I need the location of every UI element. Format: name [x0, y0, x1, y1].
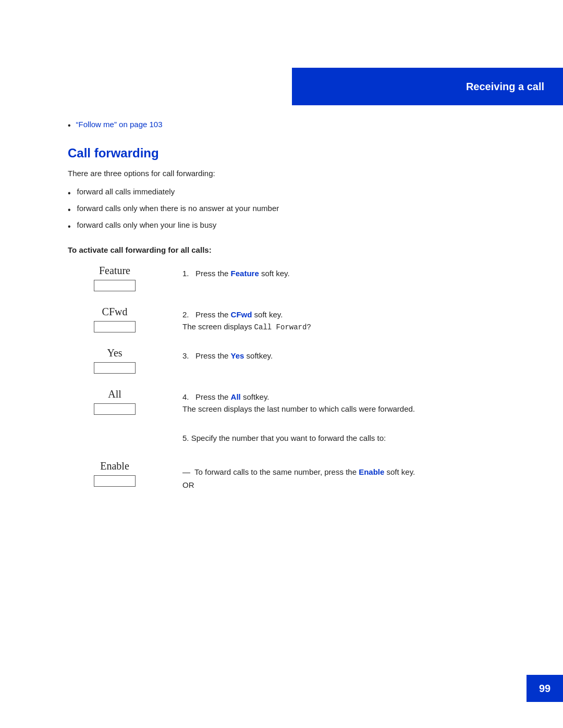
list-item: • forward all calls immediately — [68, 187, 521, 200]
bullet-dot: • — [68, 187, 71, 200]
page-number: 99 — [539, 683, 550, 695]
key-button-yes[interactable] — [94, 362, 136, 374]
step-5-body: Specify the number that you want to forw… — [191, 434, 386, 442]
step-1-row: Feature 1. Press the Feature soft key. — [68, 265, 521, 291]
enable-row: Enable — To forward calls to the same nu… — [68, 460, 521, 489]
instruction-column-2: 2. Press the CFwd soft key. The screen d… — [182, 306, 521, 331]
follow-me-link[interactable]: “Follow me” on page 103 — [76, 120, 163, 129]
header-bar: Receiving a call — [292, 68, 563, 105]
step-4-suffix: softkey. — [241, 392, 270, 401]
list-item: • forward calls only when there is no an… — [68, 204, 521, 216]
step-3-suffix: softkey. — [244, 351, 273, 360]
bullet-dot: • — [68, 220, 71, 233]
instruction-column-1: 1. Press the Feature soft key. — [182, 265, 521, 281]
intro-text: There are three options for call forward… — [68, 169, 521, 178]
step-5-text: 5. Specify the number that you want to f… — [182, 434, 521, 442]
key-label-feature: Feature — [99, 265, 130, 277]
key-column-all: All — [68, 388, 162, 415]
main-content: • “Follow me” on page 103 Call forwardin… — [68, 120, 521, 489]
key-button-all[interactable] — [94, 403, 136, 415]
key-column-feature: Feature — [68, 265, 162, 291]
key-column-enable: Enable — [68, 460, 162, 487]
enable-blue: Enable — [359, 467, 384, 476]
list-item: • forward calls only when your line is b… — [68, 220, 521, 233]
bullet-text: forward calls only when there is no answ… — [77, 204, 279, 213]
step-2-sub: The screen displays Call Forward? — [182, 322, 521, 331]
page-number-box: 99 — [527, 675, 563, 702]
step-4-prefix: Press the — [195, 392, 231, 401]
step-4-row: All 4. Press the All softkey. The screen… — [68, 388, 521, 415]
step-1-text: 1. Press the Feature soft key. — [182, 269, 521, 278]
step-2-blue: CFwd — [231, 310, 252, 319]
instruction-column-4: 4. Press the All softkey. The screen dis… — [182, 388, 521, 413]
step-3-text: 3. Press the Yes softkey. — [182, 351, 521, 360]
key-button-cfwd[interactable] — [94, 321, 136, 332]
key-label-yes: Yes — [107, 347, 122, 359]
key-column-yes: Yes — [68, 347, 162, 374]
instruction-column-enable: — To forward calls to the same number, p… — [182, 460, 521, 489]
step-4-blue: All — [231, 392, 241, 401]
enable-prefix: To forward calls to the same number, pre… — [194, 467, 359, 476]
step-3-row: Yes 3. Press the Yes softkey. — [68, 347, 521, 374]
bullet-text: forward all calls immediately — [77, 187, 175, 196]
enable-text: To forward calls to the same number, pre… — [194, 467, 415, 476]
bullet-dot: • — [68, 120, 71, 131]
step-2-suffix: soft key. — [252, 310, 283, 319]
bullet-dot: • — [68, 204, 71, 216]
step-2-prefix: Press the — [195, 310, 231, 319]
step-1-blue: Feature — [231, 269, 259, 278]
section-title: Call forwarding — [68, 146, 521, 161]
bullet-list: • forward all calls immediately • forwar… — [68, 187, 521, 233]
step-3-prefix: Press the — [195, 351, 231, 360]
instruction-heading: To activate call forwarding for all call… — [68, 245, 521, 254]
step-5-row: 5. Specify the number that you want to f… — [68, 429, 521, 446]
bullet-text: forward calls only when your line is bus… — [77, 220, 217, 229]
key-column-cfwd: CFwd — [68, 306, 162, 332]
step-3-blue: Yes — [231, 351, 244, 360]
em-dash: — — [182, 467, 190, 476]
key-label-cfwd: CFwd — [102, 306, 128, 318]
step-1-num: 1. — [182, 269, 189, 278]
or-text: OR — [182, 480, 521, 489]
step-1-prefix: Press the — [195, 269, 231, 278]
key-button-enable[interactable] — [94, 475, 136, 487]
enable-suffix: soft key. — [384, 467, 415, 476]
step-4-sub: The screen displays the last number to w… — [182, 404, 521, 413]
step-4-text: 4. Press the All softkey. — [182, 392, 521, 401]
key-label-all: All — [108, 388, 121, 400]
instruction-table: Feature 1. Press the Feature soft key. C… — [68, 265, 521, 489]
top-bullet-item: • “Follow me” on page 103 — [68, 120, 521, 131]
key-label-enable: Enable — [100, 460, 129, 472]
screen-display-cfwd: Call Forward? — [254, 323, 311, 331]
enable-sub-item: — To forward calls to the same number, p… — [182, 467, 521, 476]
header-bar-title: Receiving a call — [466, 81, 544, 93]
instruction-column-3: 3. Press the Yes softkey. — [182, 347, 521, 363]
step-2-text: 2. Press the CFwd soft key. — [182, 310, 521, 319]
step-3-num: 3. — [182, 351, 189, 360]
key-button-feature[interactable] — [94, 280, 136, 291]
step-2-num: 2. — [182, 310, 189, 319]
instruction-column-5: 5. Specify the number that you want to f… — [182, 429, 521, 446]
step-1-suffix: soft key. — [259, 269, 290, 278]
step-4-num: 4. — [182, 392, 189, 401]
step-2-row: CFwd 2. Press the CFwd soft key. The scr… — [68, 306, 521, 332]
